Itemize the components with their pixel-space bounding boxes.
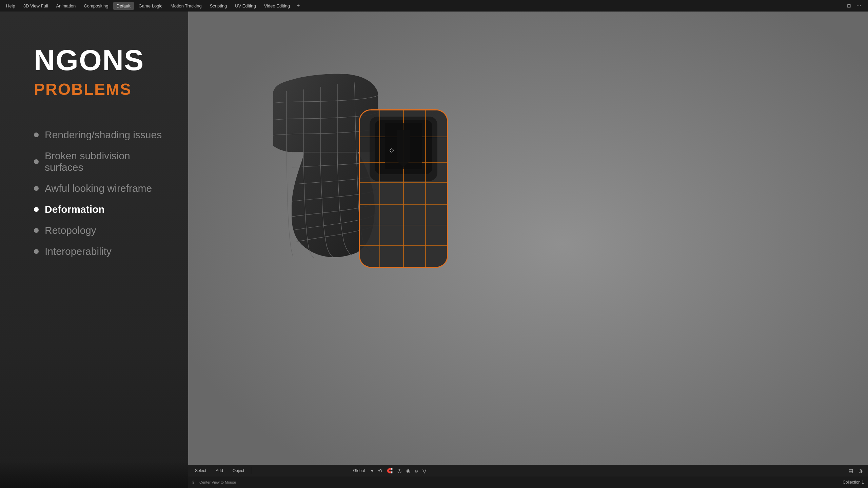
transform-icon[interactable]: ⟲ (377, 467, 383, 474)
bullet-subdivision: Broken subdivision surfaces (34, 150, 168, 173)
bullet-text-wireframe: Awful looking wireframe (45, 183, 152, 194)
bullet-list: Rendering/shading issues Broken subdivis… (34, 129, 168, 257)
snap-icon[interactable]: 🧲 (386, 467, 394, 474)
menu-bar-right: ⊞ ⋯ (846, 2, 865, 9)
dots-icon[interactable]: ⋯ (855, 2, 863, 9)
shading-icon[interactable]: ◉ (405, 467, 412, 474)
scene-svg (188, 12, 868, 476)
bullet-retopology: Retopology (34, 225, 168, 236)
slide-title: NGONS (34, 45, 168, 75)
bullet-text-subdivision: Broken subdivision surfaces (45, 150, 168, 173)
menu-default[interactable]: Default (113, 2, 134, 10)
menu-uvediting[interactable]: UV Editing (232, 2, 259, 10)
select-btn[interactable]: Select (192, 467, 209, 474)
layer-icon[interactable]: ▤ (847, 467, 854, 474)
ctrl-sep-1 (251, 467, 251, 474)
bullet-text-deformation: Deformation (45, 204, 105, 215)
menu-bar: Help 3D View Full Animation Compositing … (0, 0, 868, 12)
chevron-down-icon[interactable]: ▾ (370, 467, 375, 474)
slide-subtitle: PROBLEMS (34, 80, 168, 99)
menu-add-workspace[interactable]: + (295, 2, 302, 9)
collection-label: Collection 1 (843, 480, 864, 485)
status-bar: ℹ Center View to Mouse Collection 1 (188, 476, 868, 488)
grid-icon[interactable]: ⊞ (846, 2, 852, 9)
status-message: Center View to Mouse (199, 480, 236, 484)
bullet-text-retopology: Retopology (45, 225, 96, 236)
menu-help[interactable]: Help (3, 2, 19, 10)
ctrl-right: ▤ ◑ (847, 467, 864, 474)
bullet-deformation: Deformation (34, 204, 168, 215)
slide-panel: NGONS PROBLEMS Rendering/shading issues … (0, 12, 188, 488)
menu-gamelogic[interactable]: Game Logic (135, 2, 166, 10)
bullet-dot-interoperability (34, 249, 39, 254)
object-btn[interactable]: Object (230, 467, 247, 474)
bullet-text-interoperability: Interoperability (45, 246, 112, 257)
filter-icon[interactable]: ⋁ (421, 467, 428, 474)
bullet-dot-wireframe (34, 186, 39, 191)
bullet-dot-rendering (34, 133, 39, 137)
add-btn[interactable]: Add (213, 467, 225, 474)
menu-motiontracking[interactable]: Motion Tracking (167, 2, 205, 10)
viewport-controls-bar: Select Add Object Global ▾ ⟲ 🧲 ◎ ◉ ⌀ ⋁ ▤… (188, 465, 868, 476)
global-btn[interactable]: Global (350, 467, 368, 474)
menu-animation[interactable]: Animation (53, 2, 79, 10)
menu-videoediting[interactable]: Video Editing (261, 2, 293, 10)
bullet-rendering: Rendering/shading issues (34, 129, 168, 141)
proportional-icon[interactable]: ⌀ (414, 467, 419, 474)
3d-viewport[interactable] (188, 12, 868, 476)
right-mesh-object (359, 110, 448, 267)
bullet-dot-retopology (34, 228, 39, 233)
bullet-interoperability: Interoperability (34, 246, 168, 257)
menu-compositing[interactable]: Compositing (80, 2, 112, 10)
info-icon: ℹ (192, 480, 194, 485)
pivot-icon[interactable]: ◎ (396, 467, 403, 474)
viewport-panel[interactable] (188, 12, 868, 476)
bullet-dot-deformation (34, 207, 39, 212)
bullet-wireframe: Awful looking wireframe (34, 183, 168, 194)
render-shading-icon[interactable]: ◑ (857, 467, 864, 474)
bullet-text-rendering: Rendering/shading issues (45, 129, 162, 141)
bullet-dot-subdivision (34, 159, 39, 164)
menu-3dviewfull[interactable]: 3D View Full (20, 2, 52, 10)
menu-scripting[interactable]: Scripting (206, 2, 231, 10)
